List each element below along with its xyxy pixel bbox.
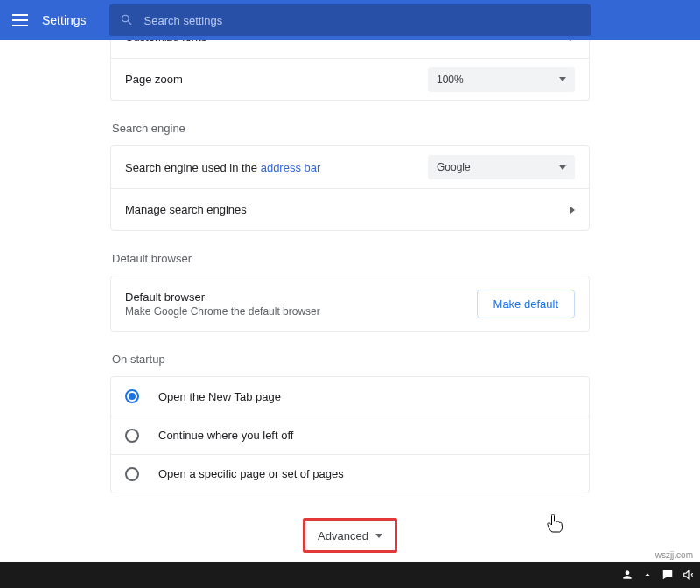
radio-icon[interactable] bbox=[125, 429, 139, 443]
default-browser-section-label: Default browser bbox=[112, 252, 590, 265]
manage-search-engines-label: Manage search engines bbox=[125, 203, 247, 216]
chevron-down-icon bbox=[375, 534, 382, 538]
default-browser-row: Default browser Make Google Chrome the d… bbox=[111, 276, 589, 331]
settings-scroll-area[interactable]: Font size Medium (Recommended) Customize… bbox=[0, 40, 700, 562]
default-browser-text: Default browser Make Google Chrome the d… bbox=[125, 290, 320, 318]
customize-fonts-row[interactable]: Customize fonts bbox=[111, 40, 589, 58]
watermark: wszjj.com bbox=[655, 550, 693, 560]
search-box[interactable] bbox=[109, 4, 591, 36]
search-engine-label: Search engine used in the address bar bbox=[125, 161, 320, 174]
radio-icon[interactable] bbox=[125, 467, 139, 481]
advanced-label: Advanced bbox=[318, 529, 368, 542]
default-browser-title: Default browser bbox=[125, 290, 320, 304]
action-center-icon[interactable] bbox=[662, 569, 674, 581]
search-icon bbox=[120, 13, 134, 27]
startup-option-new-tab[interactable]: Open the New Tab page bbox=[111, 377, 589, 416]
page-title: Settings bbox=[42, 13, 87, 27]
app-header: Settings bbox=[0, 0, 700, 40]
page-zoom-label: Page zoom bbox=[125, 73, 183, 86]
advanced-wrap: Advanced bbox=[110, 518, 590, 553]
customize-fonts-label: Customize fonts bbox=[125, 40, 206, 44]
page-zoom-select[interactable]: 100% bbox=[428, 67, 575, 92]
startup-option-label: Open a specific page or set of pages bbox=[158, 467, 344, 480]
startup-option-continue[interactable]: Continue where you left off bbox=[111, 416, 589, 454]
search-input[interactable] bbox=[144, 14, 568, 27]
startup-card: Open the New Tab page Continue where you… bbox=[110, 376, 590, 494]
page-zoom-value: 100% bbox=[437, 74, 464, 86]
chevron-up-icon[interactable] bbox=[642, 570, 653, 580]
startup-section-label: On startup bbox=[112, 353, 590, 366]
default-browser-subtitle: Make Google Chrome the default browser bbox=[125, 305, 320, 318]
advanced-button[interactable]: Advanced bbox=[303, 518, 397, 553]
page-zoom-row[interactable]: Page zoom 100% bbox=[111, 58, 589, 100]
search-engine-card: Search engine used in the address bar Go… bbox=[110, 145, 590, 231]
chevron-down-icon bbox=[559, 77, 566, 81]
chevron-right-icon bbox=[570, 40, 575, 41]
chevron-down-icon bbox=[559, 165, 566, 170]
make-default-button[interactable]: Make default bbox=[477, 290, 575, 318]
search-engine-row[interactable]: Search engine used in the address bar Go… bbox=[111, 146, 589, 188]
startup-option-label: Open the New Tab page bbox=[158, 390, 281, 403]
taskbar bbox=[0, 562, 700, 588]
search-engine-value: Google bbox=[437, 161, 471, 173]
menu-icon[interactable] bbox=[12, 14, 28, 26]
appearance-card: Font size Medium (Recommended) Customize… bbox=[110, 40, 590, 101]
chevron-right-icon bbox=[570, 206, 575, 214]
search-engine-select[interactable]: Google bbox=[428, 155, 575, 179]
search-engine-prefix: Search engine used in the bbox=[125, 161, 261, 174]
startup-option-specific[interactable]: Open a specific page or set of pages bbox=[111, 454, 589, 493]
settings-content: Font size Medium (Recommended) Customize… bbox=[110, 40, 590, 562]
radio-icon[interactable] bbox=[125, 389, 139, 403]
volume-mute-icon[interactable] bbox=[682, 569, 695, 581]
address-bar-link[interactable]: address bar bbox=[261, 161, 321, 174]
startup-option-label: Continue where you left off bbox=[158, 429, 293, 442]
manage-search-engines-row[interactable]: Manage search engines bbox=[111, 188, 589, 230]
people-icon[interactable] bbox=[621, 569, 634, 581]
search-engine-section-label: Search engine bbox=[112, 122, 590, 135]
default-browser-card: Default browser Make Google Chrome the d… bbox=[110, 276, 590, 332]
